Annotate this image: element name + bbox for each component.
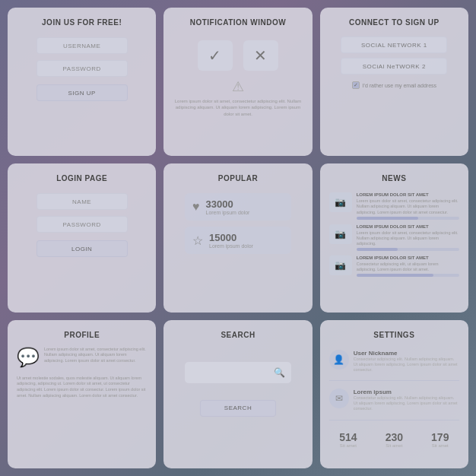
login-title: LOGIN PAGE [56,174,107,182]
news-item-2[interactable]: 📷 LOREM IPSUM DOLOR SIT AMET Lorem ipsum… [329,224,459,251]
user-icon: 👤 [329,350,349,370]
settings-username: User Nickname [354,350,459,357]
social-network-1-button[interactable]: SOCIAL NETWORK 1 [341,36,447,53]
cross-icon: ✕ [254,46,267,65]
cross-icon-box[interactable]: ✕ [243,40,278,71]
popular-item2-text: 15000 Lorem ipsum dolor [209,232,253,249]
stat2-num: 230 [386,431,403,443]
email-label: I'd rather use my email address [363,83,436,88]
settings-title: SETTINGS [373,331,414,339]
news-content-2: LOREM IPSUM DOLOR SIT AMET Lorem ipsum d… [357,224,459,251]
email-option[interactable]: ✓ I'd rather use my email address [352,81,436,89]
notification-panel: NOTIFICATION WINDOW ✓ ✕ ⚠ Lorem ipsum do… [163,8,312,156]
star-icon: ☆ [192,233,203,248]
profile-content: 💬 Lorem ipsum dolor sit amet, consectetu… [17,347,147,371]
password-input[interactable]: PASSWORD [36,60,128,77]
heart-icon: ♥ [192,200,200,214]
profile-title: PROFILE [64,331,100,339]
news-image-2: 📷 [329,224,352,244]
connect-title: CONNECT TO SIGN UP [349,18,440,27]
popular-item2-num: 15000 [209,232,253,243]
settings-mail-row: ✉ Lorem ipsum Consectetur adipiscing eli… [329,389,459,411]
settings-divider [329,380,459,381]
warning-icon: ⚠ [232,78,244,95]
signup-button[interactable]: SIGN UP [36,84,128,101]
news-title: NEWS [382,174,406,182]
settings-user-block: User Nickname Consectetur adipiscing eli… [354,350,459,373]
join-panel: JOIN US FOR FREE! USERNAME PASSWORD SIGN… [8,8,156,156]
news-panel: NEWS 📷 LOREM IPSUM DOLOR SIT AMET Lorem … [320,163,468,312]
news-bar-fill-3 [357,274,433,277]
popular-item2-label: Lorem ipsum dolor [209,243,253,249]
settings-user-row: 👤 User Nickname Consectetur adipiscing e… [329,350,459,373]
chat-icon: 💬 [17,347,40,368]
news-bar-fill-1 [357,217,418,220]
popular-item1-label: Lorem ipsum dolor [205,210,249,215]
checkbox-check: ✓ [354,82,358,88]
settings-user-desc: Consectetur adipiscing elit. Nullam adip… [354,357,459,373]
popular-item1-num: 33000 [205,198,249,210]
profile-text2: Ut amet molestie sodales, quos molestie … [17,376,147,399]
mail-icon: ✉ [329,389,349,408]
popular-panel: POPULAR ♥ 33000 Lorem ipsum dolor ☆ 1500… [163,163,312,312]
news-bar-fill-2 [357,248,398,251]
social-network-2-button[interactable]: SOCiAl NeTWORK 2 [341,58,447,75]
news-image-3: 📷 [329,255,352,275]
popular-title: POPULAR [218,174,258,182]
check-icon-box[interactable]: ✓ [198,40,233,71]
search-button[interactable]: SEARCH [200,400,276,417]
news-content-3: LOREM IPSUM DOLOR SIT AMET Consectetur a… [357,255,459,277]
search-title: SEARCH [221,331,255,339]
news-item1-body: Lorem ipsum dolor sit amet, consectetur … [357,198,459,214]
settings-lorem-label: Lorem ipsum [354,389,459,395]
login-button[interactable]: LOGIN [36,240,128,257]
check-icon: ✓ [208,46,221,65]
news-item3-body: Consectetur adipiscing elit, ut aliquam … [357,262,459,272]
stat-3: 179 Sit amet [431,431,449,448]
settings-divider2 [329,420,459,420]
settings-lorem-desc: Consectetur adipiscing elit. Nullam adip… [354,395,459,411]
news-item2-title: LOREM IPSUM DOLOR SIT AMET [357,224,459,229]
username-input[interactable]: USERNAME [36,37,128,54]
notif-title: NOTIFICATION WINDOW [190,18,287,27]
news-content-1: LOREM IPSUM DOLOR SIT AMET Lorem ipsum d… [357,192,459,219]
news-bar-1 [357,217,459,220]
join-title: JOIN US FOR FREE! [42,18,122,27]
search-input[interactable]: 🔍 [185,362,291,383]
name-input[interactable]: NAME [36,193,128,210]
news-item1-title: LOREM IPSUM DOLOR SIT AMET [357,192,459,197]
popular-item-stars[interactable]: ☆ 15000 Lorem ipsum dolor [185,227,291,254]
login-panel: LOGIN PAGE NAME PASSWORD LOGIN [8,163,156,312]
settings-stats-row: 514 Sit amet 230 Sit amet 179 Sit amet [329,431,459,448]
news-bar-3 [357,274,459,277]
settings-panel: SETTINGS 👤 User Nickname Consectetur adi… [320,320,468,468]
stat1-num: 514 [339,431,357,443]
profile-text1: Lorem ipsum dolor sit amet, consectetur … [44,347,147,364]
stat3-label: Sit amet [431,443,449,448]
news-image-1: 📷 [329,192,352,212]
news-item2-body: Lorem ipsum dolor sit amet, consectetur … [357,230,459,246]
profile-panel: PROFILE 💬 Lorem ipsum dolor sit amet, co… [8,320,156,468]
login-password-input[interactable]: PASSWORD [36,216,128,233]
settings-lorem-block: Lorem ipsum Consectetur adipiscing elit.… [354,389,459,411]
email-checkbox[interactable]: ✓ [352,81,360,89]
news-item-3[interactable]: 📷 LOREM IPSUM DOLOR SIT AMET Consectetur… [329,255,459,277]
news-item-1[interactable]: 📷 LOREM IPSUM DOLOR SIT AMET Lorem ipsum… [329,192,459,219]
search-icon: 🔍 [274,367,285,378]
popular-item1-text: 33000 Lorem ipsum dolor [205,198,249,215]
stat2-label: Sit amet [386,443,403,448]
stat-1: 514 Sit amet [339,431,357,448]
popular-item-hearts[interactable]: ♥ 33000 Lorem ipsum dolor [185,193,291,221]
news-bar-2 [357,248,459,251]
stat1-label: Sit amet [339,443,357,448]
stat-2: 230 Sit amet [386,431,403,448]
connect-panel: CONNECT TO SIGN UP SOCIAL NETWORK 1 SOCi… [320,8,468,156]
search-panel: SEARCH 🔍 SEARCH [163,320,312,468]
stat3-num: 179 [431,431,449,443]
notif-icons-row: ✓ ✕ [198,40,278,71]
notif-text: Lorem ipsum dolor sit amet, consectetur … [173,98,303,117]
news-item3-title: LOREM IPSUM DOLOR SIT AMET [357,255,459,260]
